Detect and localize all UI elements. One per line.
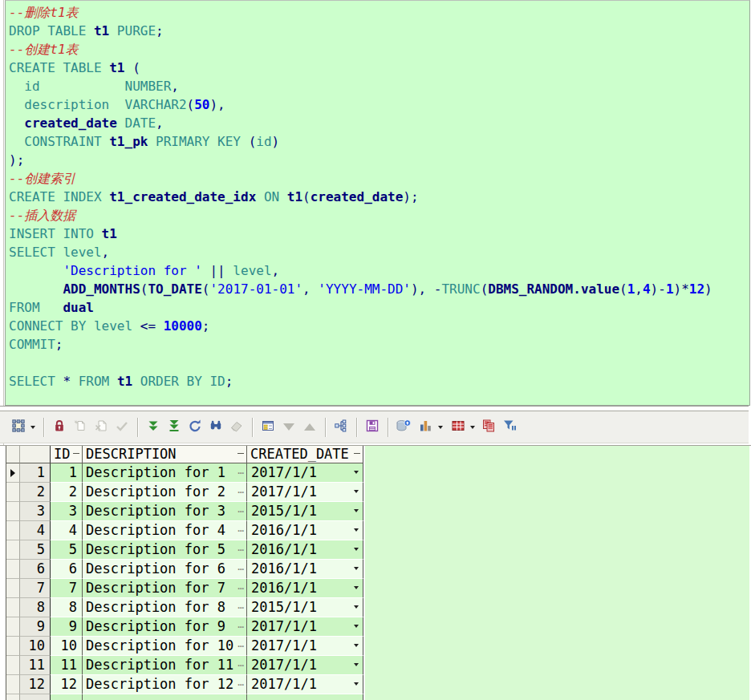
fetch-next-page-button[interactable] (143, 417, 164, 438)
chart-button[interactable] (414, 417, 446, 438)
row-marker-cell[interactable] (6, 637, 20, 656)
cell-created-date[interactable] (247, 694, 363, 700)
copy-results-button[interactable] (478, 417, 499, 438)
cell-created-date[interactable]: 2016/1/1 (247, 560, 363, 579)
cell-id[interactable]: 6 (51, 560, 83, 579)
cell-created-date[interactable]: 2017/1/1 (247, 483, 363, 502)
row-number-cell[interactable]: 6 (20, 560, 51, 579)
row-number-cell[interactable]: 7 (20, 579, 51, 598)
cell-id[interactable]: 4 (51, 521, 83, 540)
row-number-cell[interactable]: 11 (20, 656, 51, 675)
column-header-id[interactable]: ID (51, 446, 83, 463)
cell-ellipsis-button[interactable]: … (237, 598, 244, 614)
date-dropdown-icon[interactable] (354, 567, 359, 570)
clear-button[interactable] (226, 417, 247, 438)
row-number-cell[interactable]: 3 (20, 502, 51, 521)
date-dropdown-icon[interactable] (354, 528, 359, 532)
linked-query-button[interactable] (331, 417, 351, 438)
date-dropdown-icon[interactable] (354, 663, 359, 666)
cell-created-date[interactable]: 2017/1/1 (247, 656, 363, 675)
date-dropdown-icon[interactable] (354, 548, 359, 551)
row-marker-cell[interactable] (6, 502, 20, 521)
cell-description[interactable]: Description for 4… (83, 521, 247, 540)
row-marker-cell[interactable] (6, 598, 20, 617)
row-marker-cell[interactable] (6, 560, 20, 579)
export-data-button[interactable] (393, 417, 414, 438)
cell-ellipsis-button[interactable]: … (237, 617, 244, 633)
refresh-button[interactable] (185, 417, 205, 438)
date-dropdown-icon[interactable] (354, 490, 359, 493)
cell-id[interactable] (51, 694, 83, 700)
next-record-button[interactable] (299, 417, 320, 438)
cell-id[interactable]: 5 (51, 540, 83, 560)
cell-ellipsis-button[interactable]: … (237, 502, 244, 518)
row-marker-cell[interactable] (6, 463, 20, 483)
row-number-cell[interactable]: 5 (20, 540, 51, 560)
cell-ellipsis-button[interactable]: … (237, 656, 244, 672)
row-number-cell[interactable]: 10 (20, 637, 51, 656)
row-marker-cell[interactable] (6, 675, 20, 694)
row-marker-cell[interactable] (6, 540, 20, 560)
cell-description[interactable]: Description for 9… (83, 617, 247, 637)
cell-id[interactable]: 2 (51, 483, 83, 502)
row-number-cell[interactable]: 1 (20, 463, 51, 483)
row-number-cell[interactable]: 4 (20, 521, 51, 540)
cell-description[interactable]: Description for 1… (83, 463, 247, 483)
row-number-cell[interactable]: 2 (20, 483, 51, 502)
cell-description[interactable]: Description for 7… (83, 579, 247, 598)
cell-created-date[interactable]: 2017/1/1 (247, 617, 363, 637)
single-record-view-button[interactable] (258, 417, 278, 438)
cell-id[interactable]: 11 (51, 656, 83, 675)
date-dropdown-icon[interactable] (354, 605, 359, 609)
date-dropdown-icon[interactable] (354, 644, 359, 647)
row-number-cell[interactable]: 9 (20, 617, 51, 637)
delete-record-button[interactable] (91, 417, 112, 438)
cell-ellipsis-button[interactable]: … (237, 675, 244, 691)
lock-button[interactable] (49, 417, 70, 438)
cell-id[interactable]: 9 (51, 617, 83, 637)
cell-id[interactable]: 12 (51, 675, 83, 694)
cell-ellipsis-button[interactable]: … (237, 521, 244, 537)
date-dropdown-icon[interactable] (354, 471, 359, 474)
cell-created-date[interactable]: 2017/1/1 (247, 463, 363, 483)
filter-button[interactable] (499, 417, 520, 438)
sql-editor[interactable]: --删除t1表DROP TABLE t1 PURGE;--创建t1表CREATE… (5, 0, 750, 406)
cell-created-date[interactable]: 2016/1/1 (247, 579, 363, 598)
row-marker-cell[interactable] (6, 656, 20, 675)
row-number-cell[interactable]: 8 (20, 598, 51, 617)
cell-ellipsis-button[interactable]: … (237, 579, 244, 595)
code-area[interactable]: --删除t1表DROP TABLE t1 PURGE;--创建t1表CREATE… (6, 1, 749, 390)
cell-ellipsis-button[interactable]: … (237, 463, 244, 479)
cell-created-date[interactable]: 2016/1/1 (247, 540, 363, 560)
cell-created-date[interactable]: 2015/1/1 (247, 502, 363, 521)
row-marker-cell[interactable] (6, 579, 20, 598)
cell-description[interactable]: Description for 12… (83, 675, 247, 694)
cell-id[interactable]: 7 (51, 579, 83, 598)
row-number-column-header[interactable] (20, 446, 51, 463)
date-dropdown-icon[interactable] (354, 682, 359, 686)
cell-id[interactable]: 10 (51, 637, 83, 656)
cell-description[interactable]: Description for 2… (83, 483, 247, 502)
row-number-cell[interactable]: 12 (20, 675, 51, 694)
save-button[interactable] (362, 417, 383, 438)
column-header-created-date[interactable]: CREATED_DATE (247, 446, 363, 463)
marker-column-header[interactable] (6, 446, 20, 463)
cell-created-date[interactable]: 2016/1/1 (247, 521, 363, 540)
cell-created-date[interactable]: 2017/1/1 (247, 637, 363, 656)
report-button[interactable] (446, 417, 478, 438)
post-changes-button[interactable] (112, 417, 132, 438)
cell-description[interactable] (83, 694, 247, 700)
grid-options-button[interactable] (6, 417, 39, 438)
previous-record-button[interactable] (278, 417, 299, 438)
date-dropdown-icon[interactable] (354, 509, 359, 512)
row-marker-cell[interactable] (6, 617, 20, 637)
cell-ellipsis-button[interactable]: … (237, 483, 244, 499)
cell-ellipsis-button[interactable]: … (237, 560, 244, 576)
date-dropdown-icon[interactable] (354, 625, 359, 628)
fetch-last-page-button[interactable] (164, 417, 185, 438)
cell-ellipsis-button[interactable]: … (237, 540, 244, 556)
row-number-cell[interactable] (20, 694, 51, 700)
cell-description[interactable]: Description for 5… (83, 540, 247, 560)
cell-description[interactable]: Description for 6… (83, 560, 247, 579)
cell-created-date[interactable]: 2015/1/1 (247, 598, 363, 617)
